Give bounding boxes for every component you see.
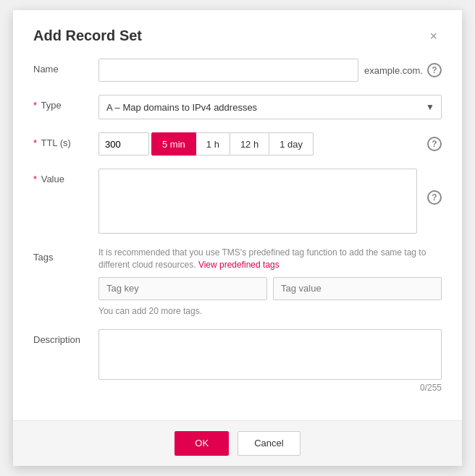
modal-footer: OK Cancel — [13, 420, 462, 466]
ttl-1day-button[interactable]: 1 day — [269, 132, 314, 156]
ttl-buttons: 5 min 1 h 12 h 1 day — [152, 132, 314, 156]
description-textarea[interactable] — [98, 329, 442, 380]
ttl-help-icon[interactable]: ? — [427, 137, 442, 151]
add-record-set-modal: Add Record Set × Name example.com. ? * T… — [13, 10, 462, 466]
tags-link[interactable]: View predefined tags — [198, 260, 279, 270]
tag-key-input[interactable] — [98, 277, 267, 300]
modal-body: Name example.com. ? * Type A – Map domai… — [13, 51, 462, 420]
tags-hint: It is recommended that you use TMS's pre… — [98, 247, 442, 271]
tags-count: You can add 20 more tags. — [98, 306, 442, 316]
ttl-row: * TTL (s) 5 min 1 h 12 h 1 day ? — [33, 132, 442, 156]
ttl-label: * TTL (s) — [33, 132, 98, 148]
ttl-required: * — [33, 137, 37, 148]
tags-label: Tags — [33, 247, 98, 263]
ttl-wrap: 5 min 1 h 12 h 1 day — [98, 132, 417, 156]
type-row: * Type A – Map domains to IPv4 addresses… — [33, 95, 442, 119]
name-label: Name — [33, 59, 98, 75]
tags-row: Tags It is recommended that you use TMS'… — [33, 247, 442, 316]
ttl-input[interactable] — [98, 132, 149, 156]
type-label: * Type — [33, 95, 98, 111]
type-required: * — [33, 100, 37, 111]
description-control-wrap: 0/255 — [98, 329, 442, 393]
tag-value-input[interactable] — [273, 277, 442, 300]
description-row: Description 0/255 — [33, 329, 442, 393]
value-control-wrap: ? — [98, 169, 442, 234]
description-count: 0/255 — [98, 383, 442, 393]
modal-title: Add Record Set — [33, 27, 142, 44]
cancel-button[interactable]: Cancel — [238, 431, 300, 456]
tags-section: It is recommended that you use TMS's pre… — [98, 247, 442, 316]
type-select-wrap: A – Map domains to IPv4 addresses AAAA –… — [98, 95, 442, 119]
modal-overlay: Add Record Set × Name example.com. ? * T… — [0, 0, 475, 476]
value-label: * Value — [33, 169, 98, 184]
ttl-control-wrap: 5 min 1 h 12 h 1 day ? — [98, 132, 442, 156]
name-help-icon[interactable]: ? — [427, 63, 442, 77]
name-input[interactable] — [98, 59, 358, 82]
tags-inputs — [98, 277, 442, 300]
ttl-1h-button[interactable]: 1 h — [196, 132, 230, 156]
ttl-12h-button[interactable]: 12 h — [230, 132, 269, 156]
ttl-5min-button[interactable]: 5 min — [151, 132, 196, 156]
name-row: Name example.com. ? — [33, 59, 442, 82]
ok-button[interactable]: OK — [175, 431, 229, 456]
value-textarea[interactable] — [98, 169, 417, 234]
close-button[interactable]: × — [425, 28, 442, 44]
value-help-icon[interactable]: ? — [427, 190, 442, 205]
type-control-wrap: A – Map domains to IPv4 addresses AAAA –… — [98, 95, 442, 119]
type-select[interactable]: A – Map domains to IPv4 addresses AAAA –… — [98, 95, 442, 119]
value-row: * Value ? — [33, 169, 442, 234]
modal-header: Add Record Set × — [13, 10, 462, 51]
name-control-wrap: example.com. ? — [98, 59, 442, 82]
description-label: Description — [33, 329, 98, 345]
value-required: * — [33, 174, 37, 184]
name-suffix: example.com. — [364, 65, 423, 76]
